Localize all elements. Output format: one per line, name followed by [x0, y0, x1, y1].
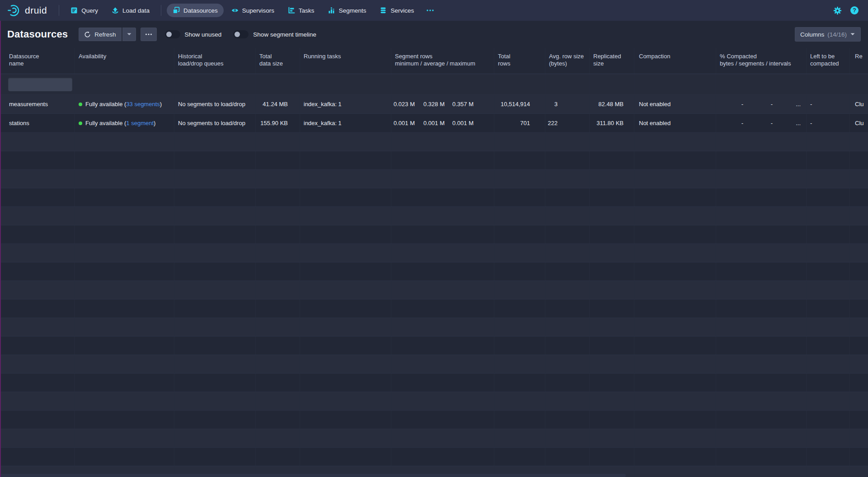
nav-item-query[interactable]: Query	[65, 4, 104, 17]
nav-item-label: Supervisors	[242, 7, 274, 14]
empty-cell	[174, 225, 256, 243]
nav-item-services[interactable]: Services	[374, 4, 420, 17]
druid-logo[interactable]: druid	[7, 4, 47, 17]
empty-cell	[590, 392, 634, 410]
column-header-replicated-size[interactable]: Replicated size	[590, 48, 634, 74]
empty-cell	[634, 429, 716, 447]
column-header-retention[interactable]: Re	[850, 48, 868, 74]
availability-cell[interactable]: Fully available (33 segments)	[75, 95, 174, 113]
empty-cell	[850, 262, 868, 281]
horizontal-scrollbar-thumb[interactable]	[0, 474, 626, 477]
more-actions-button[interactable]	[141, 28, 157, 41]
column-header-compaction[interactable]: Compaction	[634, 48, 716, 74]
database-icon	[380, 7, 387, 14]
empty-cell	[634, 262, 716, 281]
status-dot-icon	[79, 103, 82, 106]
total-data-size-cell[interactable]: 41.24 MB	[256, 95, 300, 113]
column-header-pct-compacted[interactable]: % Compacted bytes / segments / intervals	[716, 48, 807, 74]
compaction-cell[interactable]: Not enabled	[634, 95, 716, 113]
nav-item-load-data[interactable]: Load data	[106, 4, 155, 17]
view-header: Datasources Refresh	[0, 21, 868, 48]
column-header-total-rows[interactable]: Total rows	[494, 48, 545, 74]
replicated-size-cell[interactable]: 82.48 MB	[590, 95, 634, 113]
empty-cell	[0, 374, 75, 392]
compaction-cell[interactable]: Not enabled	[634, 114, 716, 132]
empty-cell	[300, 411, 391, 429]
empty-cell	[634, 355, 716, 373]
empty-cell	[716, 299, 807, 318]
top-navbar: druid Query	[0, 0, 868, 21]
column-header-left-to-be-compacted[interactable]: Left to be compacted	[807, 48, 850, 74]
empty-cell	[807, 151, 850, 169]
columns-button[interactable]: Columns (14/16)	[795, 27, 861, 42]
segment-rows-cell[interactable]: 0.023 M 0.328 M 0.357 M	[391, 95, 494, 113]
empty-cell	[75, 188, 174, 206]
total-rows-cell[interactable]: 10,514,914	[494, 95, 545, 113]
empty-cell	[807, 281, 850, 299]
show-unused-toggle[interactable]: Show unused	[165, 30, 222, 38]
empty-cell	[716, 207, 807, 225]
column-header-segment-rows[interactable]: Segment rows minimum / average / maximum	[391, 48, 494, 74]
running-tasks-cell[interactable]: index_kafka: 1	[300, 114, 391, 132]
show-segment-timeline-toggle[interactable]: Show segment timeline	[233, 30, 316, 38]
empty-cell	[494, 188, 545, 206]
total-data-size-cell[interactable]: 155.90 KB	[256, 114, 300, 132]
column-header-avg-row-size[interactable]: Avg. row size (bytes)	[545, 48, 590, 74]
load-drop-queues-cell[interactable]: No segments to load/drop	[174, 114, 256, 132]
page-title: Datasources	[7, 28, 68, 40]
header-line: Left to be	[810, 53, 835, 60]
filter-cell	[494, 74, 545, 94]
nav-item-segments[interactable]: Segments	[322, 4, 372, 17]
column-header-running-tasks[interactable]: Running tasks	[300, 48, 391, 74]
empty-cell	[174, 299, 256, 318]
column-header-historical-queues[interactable]: Historical load/drop queues	[174, 48, 256, 74]
empty-row	[0, 188, 868, 207]
empty-cell	[300, 448, 391, 466]
gear-icon[interactable]	[833, 6, 842, 15]
pct-compacted-cell[interactable]: - - ...	[716, 114, 807, 132]
header-line: data size	[259, 60, 283, 67]
retention-cell[interactable]: Clu	[850, 114, 868, 132]
running-tasks-cell[interactable]: index_kafka: 1	[300, 95, 391, 113]
help-icon[interactable]: ?	[850, 6, 859, 15]
segment-rows-cell[interactable]: 0.001 M 0.001 M 0.001 M	[391, 114, 494, 132]
nav-item-datasources[interactable]: Datasources	[167, 4, 224, 17]
nav-item-tasks[interactable]: Tasks	[282, 4, 320, 17]
replicated-size-cell[interactable]: 311.80 KB	[590, 114, 634, 132]
empty-cell	[494, 225, 545, 243]
load-drop-queues-cell[interactable]: No segments to load/drop	[174, 95, 256, 113]
column-header-availability[interactable]: Availability	[75, 48, 174, 74]
empty-cell	[174, 448, 256, 466]
column-header-datasource-name[interactable]: Datasource name	[0, 48, 75, 74]
datasource-name-filter-input[interactable]	[8, 78, 72, 91]
retention-cell[interactable]: Clu	[850, 95, 868, 113]
empty-cell	[174, 133, 256, 151]
empty-cell	[716, 244, 807, 262]
empty-cell	[0, 188, 75, 206]
navbar-divider	[59, 5, 59, 16]
empty-cell	[850, 448, 868, 466]
refresh-interval-button[interactable]	[122, 28, 136, 41]
nav-item-supervisors[interactable]: Supervisors	[225, 4, 280, 17]
left-to-be-compacted-cell[interactable]: -	[807, 114, 850, 132]
pct-compacted-cell[interactable]: - - ...	[716, 95, 807, 113]
segments-link[interactable]: 33 segments	[126, 101, 160, 108]
empty-cell	[75, 262, 174, 281]
empty-cell	[494, 355, 545, 373]
left-to-be-compacted-cell[interactable]: -	[807, 95, 850, 113]
datasource-name-cell[interactable]: stations	[0, 114, 75, 132]
availability-cell[interactable]: Fully available (1 segment)	[75, 114, 174, 132]
header-line: load/drop queues	[178, 60, 223, 67]
total-rows-cell[interactable]: 701	[494, 114, 545, 132]
segments-link[interactable]: 1 segment	[126, 120, 154, 126]
more-icon	[145, 31, 152, 37]
avg-row-size-cell[interactable]: 3	[545, 95, 590, 113]
column-header-total-data-size[interactable]: Total data size	[256, 48, 300, 74]
pct-compacted-bytes: -	[716, 120, 746, 126]
datasource-name-cell[interactable]: measurements	[0, 95, 75, 113]
nav-more-button[interactable]	[422, 4, 439, 17]
refresh-button[interactable]: Refresh	[79, 28, 121, 41]
empty-row	[0, 374, 868, 392]
avg-row-size-cell[interactable]: 222	[545, 114, 590, 132]
header-line: size	[593, 60, 604, 67]
